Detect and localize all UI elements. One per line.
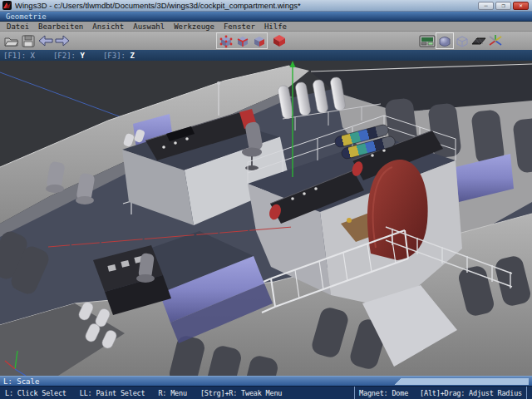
status-bar: L: Click Select LL: Paint Select R: Menu… (0, 386, 532, 399)
command-info-text: L: Scale (3, 377, 266, 386)
ground-plane-icon[interactable] (470, 33, 487, 48)
shaded-view-icon[interactable] (436, 32, 454, 49)
magnet-mode: Magnet: Dome (359, 389, 408, 397)
restore-button[interactable]: ❐ (495, 2, 511, 10)
view-tools-group (419, 32, 504, 49)
menu-hilfe[interactable]: Hilfe (264, 22, 287, 31)
minimize-button[interactable]: — (478, 2, 494, 10)
hint-click-select: L: Click Select (5, 389, 66, 397)
wings3d-window: Wings3D - c:/Users/tlwmdbt/Documents/3D/… (0, 0, 532, 399)
menu-fenster[interactable]: Fenster (224, 22, 255, 31)
window-title: Wings3D - c:/Users/tlwmdbt/Documents/3D/… (15, 1, 478, 10)
geometry-window-header[interactable]: Geometrie (0, 12, 532, 22)
menu-datei[interactable]: Datei (7, 22, 29, 31)
face-mode-icon[interactable] (250, 33, 267, 48)
toolbar (0, 32, 532, 50)
vertex-mode-icon[interactable] (217, 33, 234, 48)
viewport[interactable] (0, 61, 532, 376)
edge-mode-icon[interactable] (234, 33, 250, 48)
command-info-bar: L: Scale (0, 376, 532, 386)
open-file-icon[interactable] (3, 33, 20, 48)
geometry-window-title: Geometrie (6, 12, 47, 21)
resize-grip[interactable] (266, 378, 529, 385)
magnet-hint: [Alt]+Drag: Adjust Radius (420, 389, 522, 397)
hint-menu: R: Menu (158, 389, 186, 397)
hint-paint-select: LL: Paint Select (80, 389, 145, 397)
magnet-info-box: Magnet: Dome [Alt]+Drag: Adjust Radius (354, 387, 527, 399)
menu-bar: Datei Bearbeiten Ansicht Auswahl Werkzeu… (0, 22, 532, 32)
undo-icon[interactable] (37, 33, 53, 48)
wings3d-logo-icon (2, 1, 12, 10)
axis-f1: [F1]: X (3, 52, 35, 60)
view-settings-icon[interactable] (419, 33, 436, 48)
menu-werkzeuge[interactable]: Werkzeuge (174, 22, 214, 31)
title-bar[interactable]: Wings3D - c:/Users/tlwmdbt/Documents/3D/… (0, 0, 532, 12)
axis-f2: [F2]: Y (53, 52, 85, 60)
viewport-3d-scene[interactable] (0, 61, 532, 376)
body-mode-icon[interactable] (271, 33, 288, 48)
redo-icon[interactable] (53, 33, 70, 48)
wireframe-view-icon[interactable] (454, 33, 470, 48)
save-file-icon[interactable] (20, 33, 37, 48)
menu-ansicht[interactable]: Ansicht (92, 22, 124, 31)
axis-constraint-bar: [F1]: X [F2]: Y [F3]: Z (0, 50, 532, 61)
hint-tweak-menu: [Strg]+R: Tweak Menu (200, 389, 282, 397)
menu-auswahl[interactable]: Auswahl (133, 22, 165, 31)
menu-bearbeiten[interactable]: Bearbeiten (38, 22, 83, 31)
selection-mode-group (216, 32, 268, 49)
close-button[interactable]: ✕ (513, 2, 529, 10)
axis-f3: [F3]: Z (103, 52, 135, 60)
show-axes-icon[interactable] (487, 33, 504, 48)
